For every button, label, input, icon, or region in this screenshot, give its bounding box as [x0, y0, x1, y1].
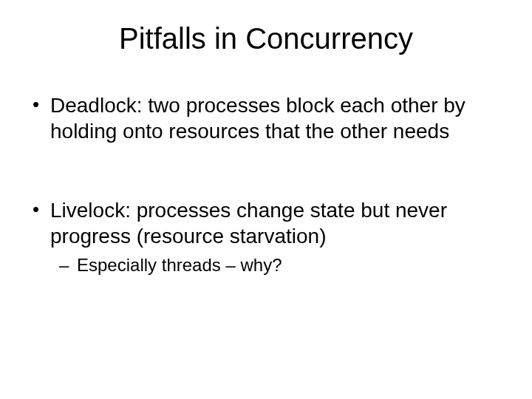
bullet-item: Deadlock: two processes block each other… [30, 92, 502, 144]
bullet-text: Livelock: processes change state but nev… [50, 199, 447, 248]
slide-title: Pitfalls in Concurrency [30, 22, 502, 55]
sub-bullet-item: Especially threads – why? [56, 253, 502, 276]
sub-bullet-text: Especially threads – why? [77, 255, 282, 275]
spacer [30, 144, 502, 197]
sub-bullet-list: Especially threads – why? [50, 253, 502, 276]
bullet-text: Deadlock: two processes block each other… [50, 94, 466, 143]
bullet-list: Livelock: processes change state but nev… [30, 197, 502, 276]
bullet-list: Deadlock: two processes block each other… [30, 92, 502, 144]
bullet-item: Livelock: processes change state but nev… [30, 197, 502, 276]
slide: Pitfalls in Concurrency Deadlock: two pr… [0, 0, 532, 399]
